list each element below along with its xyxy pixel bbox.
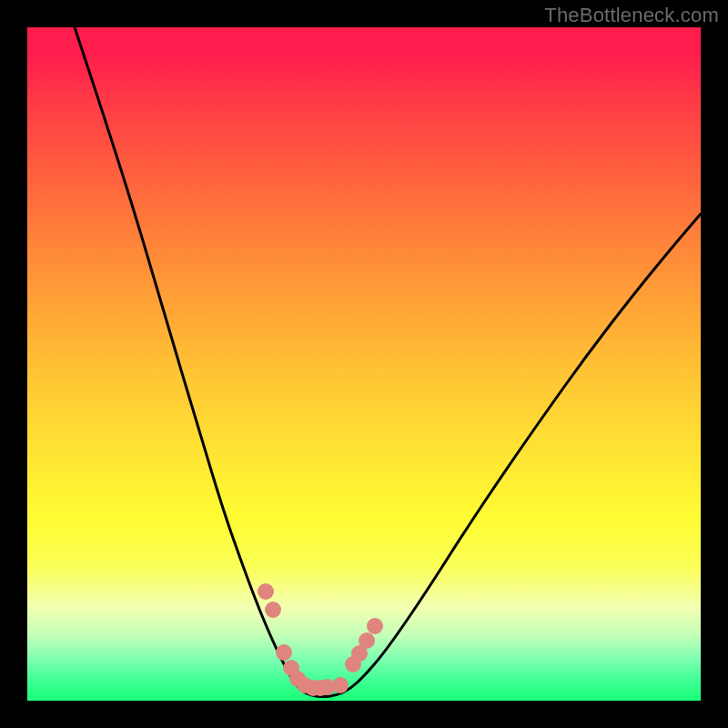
marker-dot: [359, 632, 375, 649]
watermark-text: TheBottleneck.com: [544, 4, 719, 27]
chart-plot-area: [27, 27, 701, 701]
chart-svg: [27, 27, 701, 701]
marker-dot: [332, 677, 349, 693]
marker-dot: [367, 618, 383, 634]
bottleneck-curve: [75, 27, 701, 697]
marker-dot: [265, 602, 281, 618]
marker-dot: [276, 644, 292, 661]
marker-dot: [258, 583, 274, 600]
chart-frame: TheBottleneck.com: [0, 0, 728, 728]
marker-cluster: [258, 583, 383, 696]
